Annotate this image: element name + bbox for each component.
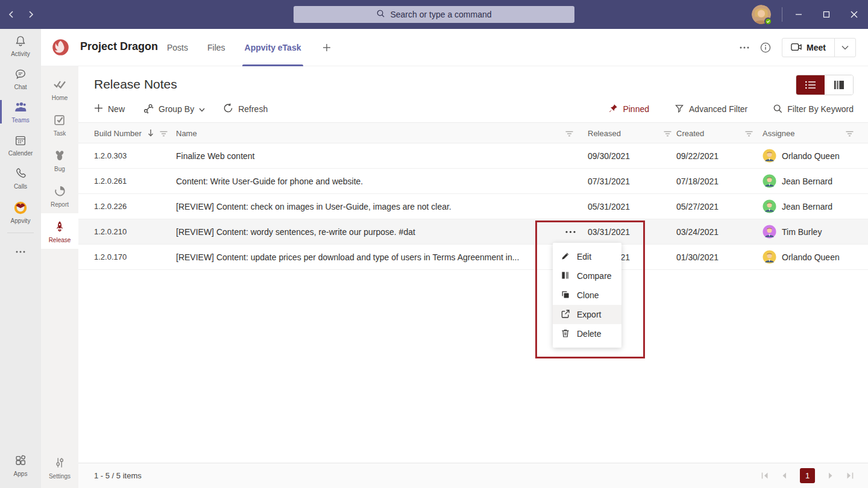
more-apps-icon[interactable]	[15, 237, 26, 264]
meet-button[interactable]: Meet	[782, 43, 834, 53]
column-label: Created	[676, 129, 704, 138]
tab-posts[interactable]: Posts	[167, 29, 188, 66]
meet-dropdown-button[interactable]	[835, 45, 855, 50]
column-filter-icon[interactable]	[664, 131, 671, 137]
assignee-avatar	[763, 149, 776, 163]
app-rail: Activity Chat Teams Calender Calls Appvi…	[0, 29, 41, 488]
chevron-down-icon	[199, 104, 205, 114]
column-header-build-number[interactable]: Build Number	[94, 123, 176, 144]
column-filter-icon[interactable]	[745, 131, 753, 137]
row-more-options-button[interactable]	[559, 219, 581, 245]
next-page-icon[interactable]	[828, 472, 833, 479]
minimize-button[interactable]	[785, 0, 813, 29]
assignee-name: Tim Burley	[782, 227, 822, 237]
maximize-button[interactable]	[813, 0, 840, 29]
advanced-filter-button[interactable]: Advanced Filter	[675, 104, 747, 115]
table-footer: 1 - 5 / 5 items 1	[78, 463, 868, 488]
refresh-label: Refresh	[238, 104, 268, 114]
menu-item-edit[interactable]: Edit	[553, 247, 621, 266]
advanced-filter-label: Advanced Filter	[689, 104, 747, 114]
close-button[interactable]	[840, 0, 868, 29]
channel-more-icon[interactable]	[740, 46, 749, 49]
column-header-assignee[interactable]: Assignee	[763, 123, 868, 144]
titlebar-divider	[782, 7, 782, 22]
module-item-settings[interactable]: Settings	[41, 449, 78, 488]
report-pie-icon	[53, 184, 66, 199]
status-available-icon	[764, 17, 772, 25]
module-item-label: Task	[54, 130, 66, 137]
page-title: Release Notes	[94, 77, 177, 92]
search-small-icon	[773, 104, 782, 115]
pinned-filter-button[interactable]: Pinned	[608, 104, 649, 115]
rail-separator	[7, 233, 34, 233]
sidebar-item-apps[interactable]: Apps	[0, 449, 41, 488]
clone-copy-icon	[561, 290, 570, 301]
menu-item-compare[interactable]: Compare	[553, 266, 621, 286]
menu-item-delete[interactable]: Delete	[553, 324, 621, 343]
cell-released: 03/31/2021	[588, 227, 676, 237]
table-row-active[interactable]: 1.2.0.210 [REVIEW] Content: wordy senten…	[78, 219, 868, 245]
add-tab-icon[interactable]	[322, 43, 331, 52]
pagination: 1	[761, 468, 854, 483]
list-view-button[interactable]	[796, 75, 825, 95]
back-icon[interactable]	[7, 10, 16, 19]
column-header-released[interactable]: Released	[588, 123, 676, 144]
sidebar-item-chat[interactable]: Chat	[0, 62, 41, 95]
tab-appvity-etask[interactable]: Appvity eTask	[245, 29, 301, 66]
search-input[interactable]: Search or type a command	[294, 6, 574, 23]
table-row[interactable]: 1.2.0.226 [REVIEW] Content: check on ima…	[78, 194, 868, 219]
task-checkbox-icon	[53, 113, 66, 128]
phone-icon	[14, 167, 27, 181]
column-filter-icon[interactable]	[846, 131, 854, 137]
module-item-bug[interactable]: Bug	[41, 142, 78, 178]
group-by-label: Group By	[159, 104, 194, 114]
module-item-home[interactable]: Home	[41, 71, 78, 107]
sidebar-item-calls[interactable]: Calls	[0, 161, 41, 195]
edit-pencil-icon	[561, 251, 570, 263]
column-header-name[interactable]: Name	[176, 123, 588, 144]
forward-icon[interactable]	[27, 10, 35, 19]
cell-build-number: 1.2.0.210	[94, 227, 176, 236]
sidebar-item-calender[interactable]: Calender	[0, 128, 41, 161]
column-header-created[interactable]: Created	[676, 123, 763, 144]
cell-assignee: Jean Bernard	[763, 174, 868, 188]
prev-page-icon[interactable]	[782, 472, 787, 479]
table-row[interactable]: 1.2.0.303 Finalize Web content 09/30/202…	[78, 143, 868, 169]
module-item-report[interactable]: Report	[41, 178, 78, 213]
table-row[interactable]: 1.2.0.261 Content: Write User-Guide for …	[78, 169, 868, 194]
table-row[interactable]: 1.2.0.170 [REVIEW] Content: update price…	[78, 245, 868, 270]
column-label: Released	[588, 129, 621, 138]
sidebar-item-label: Activity	[11, 51, 30, 57]
meet-label: Meet	[807, 43, 826, 52]
user-avatar[interactable]	[752, 5, 771, 24]
plus-icon	[94, 104, 103, 114]
menu-item-export[interactable]: Export	[553, 305, 621, 324]
column-filter-icon[interactable]	[160, 131, 168, 137]
column-filter-icon[interactable]	[565, 131, 573, 137]
sidebar-item-appvity[interactable]: Appvity	[0, 195, 41, 229]
board-view-button[interactable]	[825, 75, 853, 95]
filter-by-keyword-button[interactable]: Filter By Keyword	[773, 104, 854, 115]
assignee-name: Jean Bernard	[782, 202, 832, 211]
last-page-icon[interactable]	[846, 472, 854, 479]
info-icon[interactable]	[760, 42, 771, 53]
group-by-button[interactable]: Group By	[143, 103, 205, 116]
delete-trash-icon	[561, 328, 570, 340]
tab-files[interactable]: Files	[207, 29, 225, 66]
sidebar-item-activity[interactable]: Activity	[0, 29, 41, 62]
module-item-label: Home	[52, 95, 68, 101]
new-button[interactable]: New	[94, 104, 125, 114]
sidebar-item-label: Calender	[8, 150, 33, 157]
module-item-release[interactable]: Release	[41, 213, 78, 249]
current-page-button[interactable]: 1	[800, 468, 815, 483]
module-item-label: Report	[51, 201, 69, 208]
module-item-label: Release	[49, 237, 71, 243]
menu-item-clone[interactable]: Clone	[553, 286, 621, 305]
sidebar-item-teams[interactable]: Teams	[0, 95, 41, 128]
first-page-icon[interactable]	[761, 472, 769, 479]
refresh-button[interactable]: Refresh	[223, 103, 268, 115]
sidebar-item-label: Appvity	[11, 217, 31, 224]
module-item-task[interactable]: Task	[41, 107, 78, 142]
refresh-icon	[223, 103, 233, 115]
cell-assignee: Orlando Queen	[763, 149, 868, 163]
